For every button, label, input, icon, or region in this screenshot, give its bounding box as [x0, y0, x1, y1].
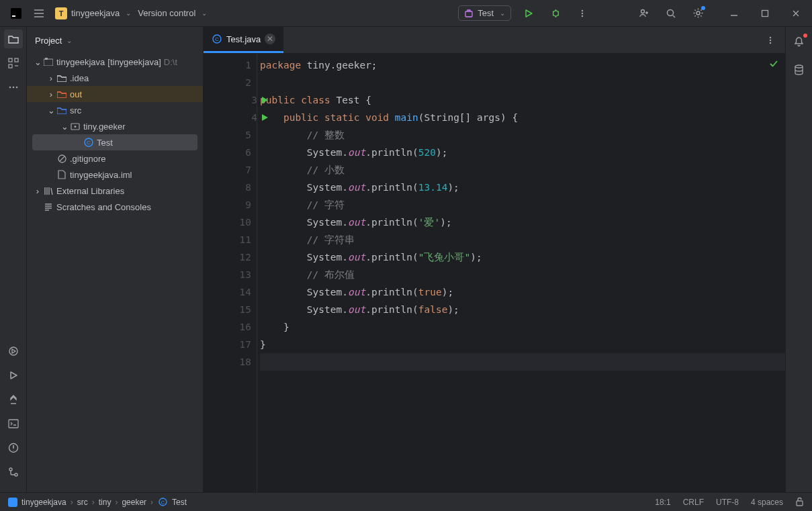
breadcrumbs[interactable]: tinygeekjava › src › tiny › geeker › C T… [8, 498, 187, 507]
readonly-toggle-icon[interactable] [795, 497, 804, 507]
window-maximize-button[interactable] [756, 4, 774, 23]
more-actions-icon[interactable] [573, 4, 592, 23]
tree-folder-src[interactable]: ⌄ src [27, 102, 203, 118]
svg-rect-10 [762, 10, 768, 16]
vcs-tool-icon[interactable] [4, 463, 23, 481]
more-tools-icon[interactable] [4, 78, 23, 97]
run-config-selector[interactable]: Test ⌄ [458, 5, 511, 21]
svg-text:C: C [215, 36, 219, 42]
package-icon [70, 122, 81, 130]
chevron-down-icon: ⌄ [32, 57, 43, 67]
services-tool-icon[interactable] [4, 342, 23, 361]
breadcrumb-item[interactable]: Test [172, 498, 187, 507]
tree-folder-out[interactable]: › out [27, 86, 203, 102]
problems-tool-icon[interactable] [4, 438, 23, 457]
tree-iml[interactable]: tinygeekjava.iml [27, 167, 203, 183]
svg-rect-18 [9, 420, 18, 428]
svg-point-6 [582, 15, 583, 16]
tree-package[interactable]: ⌄ tiny.geeker [27, 118, 203, 134]
caret-position[interactable]: 18:1 [655, 498, 670, 507]
editor-code-area[interactable]: package tiny.geeker;public class Test { … [257, 54, 785, 492]
svg-rect-23 [45, 58, 48, 60]
structure-tool-icon[interactable] [4, 54, 23, 73]
window-minimize-button[interactable] [725, 4, 743, 23]
chevron-down-icon: ⌄ [126, 9, 131, 17]
module-icon [43, 58, 54, 66]
code-editor[interactable]: 123456789101112131415161718 package tiny… [204, 54, 785, 492]
debug-button[interactable] [546, 4, 565, 23]
chevron-down-icon: ⌄ [500, 9, 505, 17]
file-icon [56, 170, 67, 179]
tree-gitignore[interactable]: .gitignore [27, 150, 203, 167]
svg-rect-1 [12, 15, 15, 17]
ignored-file-icon [56, 154, 67, 163]
breadcrumb-sep-icon: › [71, 498, 73, 507]
svg-text:C: C [161, 500, 165, 506]
tab-list-icon[interactable] [761, 31, 780, 50]
code-with-me-icon[interactable] [635, 4, 653, 23]
right-tool-strip [785, 27, 812, 492]
window-close-button[interactable] [786, 4, 805, 23]
run-tool-icon[interactable] [4, 366, 23, 385]
svg-rect-37 [797, 501, 803, 506]
chevron-right-icon: › [46, 89, 56, 99]
breadcrumb-item[interactable]: geeker [122, 498, 146, 507]
breadcrumb-sep-icon: › [92, 498, 95, 507]
build-tool-icon[interactable] [4, 390, 23, 409]
database-tool-icon[interactable] [790, 60, 809, 79]
ide-logo-icon[interactable] [7, 4, 26, 23]
editor-tab-test[interactable]: C Test.java ✕ [204, 27, 283, 53]
tree-root-path: D:\t [164, 57, 177, 67]
tree-external-libs[interactable]: › External Libraries [27, 183, 203, 199]
breadcrumb-item[interactable]: tiny [99, 498, 111, 507]
project-panel-header[interactable]: Project ⌄ [27, 27, 203, 54]
vcs-widget[interactable]: Version control ⌄ [138, 8, 207, 18]
svg-point-14 [9, 87, 11, 89]
tree-label: src [70, 105, 81, 115]
svg-point-34 [795, 65, 803, 68]
gutter-run-icon[interactable] [261, 113, 269, 122]
file-encoding[interactable]: UTF-8 [716, 498, 739, 507]
class-icon: C [83, 138, 94, 147]
project-name: tinygeekjava [71, 8, 120, 18]
update-indicator-dot [701, 6, 705, 10]
tree-root[interactable]: ⌄ tinygeekjava [tinygeekjava] D:\t [27, 54, 203, 70]
tree-scratches[interactable]: Scratches and Consoles [27, 199, 203, 215]
class-icon: C [212, 34, 222, 44]
analysis-ok-icon[interactable] [769, 59, 778, 68]
svg-text:C: C [87, 140, 91, 146]
tree-class-test[interactable]: C Test [32, 134, 197, 150]
tree-folder-idea[interactable]: › .idea [27, 70, 203, 86]
project-selector[interactable]: T tinygeekjava ⌄ [52, 6, 134, 21]
svg-point-16 [15, 87, 17, 89]
line-separator[interactable]: CRLF [683, 498, 704, 507]
project-tree: ⌄ tinygeekjava [tinygeekjava] D:\t › .id… [27, 54, 203, 492]
svg-rect-13 [9, 64, 12, 68]
svg-point-25 [75, 126, 77, 128]
notifications-icon[interactable] [790, 32, 809, 51]
settings-icon[interactable] [688, 4, 707, 23]
breadcrumb-item[interactable]: src [77, 498, 88, 507]
run-button[interactable] [519, 4, 538, 23]
svg-point-9 [696, 11, 700, 15]
svg-rect-22 [44, 59, 53, 66]
breadcrumb-item[interactable]: tinygeekjava [21, 498, 66, 507]
breadcrumb-sep-icon: › [115, 498, 118, 507]
gutter-run-icon[interactable] [261, 96, 269, 104]
indent-setting[interactable]: 4 spaces [751, 498, 783, 507]
class-icon: C [157, 498, 168, 506]
main-menu-icon[interactable] [30, 4, 48, 23]
close-tab-icon[interactable]: ✕ [265, 34, 275, 44]
status-bar: tinygeekjava › src › tiny › geeker › C T… [0, 492, 812, 511]
editor-gutter[interactable]: 123456789101112131415161718 [204, 54, 257, 492]
editor-tab-label: Test.java [226, 34, 261, 44]
chevron-right-icon: › [46, 73, 56, 83]
left-tool-strip [0, 27, 27, 492]
project-tool-icon[interactable] [4, 30, 23, 48]
library-icon [43, 187, 54, 195]
notification-badge [803, 34, 807, 38]
svg-point-31 [770, 36, 771, 38]
terminal-tool-icon[interactable] [4, 414, 23, 433]
search-icon[interactable] [662, 4, 680, 23]
run-config-name: Test [478, 8, 494, 18]
